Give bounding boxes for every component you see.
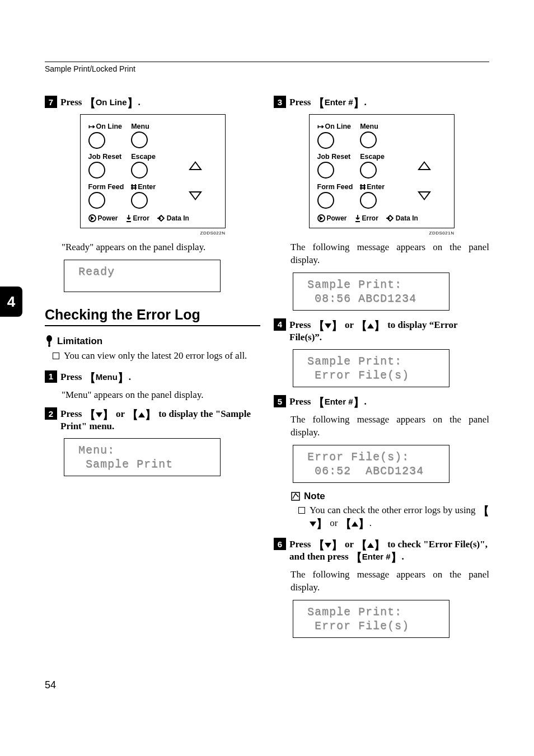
limitation-text: You can view only the latest 20 error lo… — [64, 350, 247, 363]
section-title: Checking the Error Log — [45, 307, 260, 326]
step-1: 1 Press 【Menu】. — [45, 370, 260, 383]
lcd-display: Sample Print: 08:56 ABCD1234 — [293, 273, 449, 311]
note-text-a: You can check the other error logs by us… — [310, 505, 478, 515]
escape-button — [360, 162, 377, 179]
enter-button — [131, 192, 148, 209]
panel-label-formfeed: Form Feed — [88, 183, 124, 191]
panel-label-escape: Escape — [131, 153, 156, 161]
page-number: 54 — [45, 679, 489, 691]
note-text-b: or — [327, 518, 340, 528]
panel-label-datain: Data In — [396, 214, 418, 222]
up-arrow-button — [189, 161, 202, 170]
step-number: 7 — [45, 96, 57, 108]
step-4: 4 Press 【】 or 【】 to display “Error File(… — [274, 318, 489, 344]
ready-description: "Ready" appears on the panel display. — [62, 241, 260, 254]
step-5: 5 Press 【Enter #】. — [274, 395, 489, 408]
svg-point-7 — [46, 335, 52, 342]
header-rule — [45, 62, 489, 62]
panel-label-menu: Menu — [131, 123, 149, 130]
key-label: On Line — [96, 97, 127, 107]
page-header: Sample Print/Locked Print — [45, 64, 489, 73]
enter-button — [360, 192, 377, 209]
step-text: Press — [289, 396, 313, 407]
escape-button — [131, 162, 148, 179]
jobreset-button — [88, 162, 105, 179]
step-6: 6 Press 【】 or 【】 to check "Error File(s)… — [274, 538, 489, 563]
online-button — [88, 132, 105, 149]
panel-label-error: Error — [133, 214, 149, 222]
step-number: 4 — [274, 318, 286, 331]
right-column: 3 Press 【Enter #】. ↦On Line Menu — [274, 96, 489, 646]
bullet-icon — [53, 353, 59, 359]
panel-caption: ZDDS022N — [80, 231, 226, 236]
step-text: Press — [60, 97, 85, 107]
step-suffix: . — [364, 396, 367, 407]
step-suffix: . — [129, 372, 131, 382]
panel-label-jobreset: Job Reset — [317, 153, 351, 161]
lcd-display: Sample Print: Error File(s) — [293, 349, 449, 387]
down-arrow-icon — [310, 522, 316, 527]
panel-label-power: Power — [327, 214, 347, 222]
lcd-display: Error File(s): 06:52 ABCD1234 — [293, 445, 449, 483]
formfeed-button — [88, 192, 105, 209]
step-text-b: or — [343, 539, 356, 550]
step-text-a: Press — [289, 320, 313, 330]
menu-button — [360, 132, 377, 148]
menu-button — [131, 132, 148, 148]
key-label: Enter # — [325, 97, 353, 107]
step-3: 3 Press 【Enter #】. — [274, 96, 489, 109]
key-label: Menu — [96, 372, 118, 382]
up-arrow-icon — [138, 412, 145, 417]
step-text: Press — [60, 372, 85, 382]
control-panel-diagram: ↦On Line Menu Job Reset Escape — [309, 114, 455, 228]
step-text-d: . — [402, 551, 404, 562]
step-text-a: Press — [289, 539, 313, 550]
step-text: Press — [289, 97, 313, 107]
panel-label-menu: Menu — [360, 123, 378, 130]
step-suffix: . — [138, 97, 140, 107]
step-text-b: or — [343, 320, 356, 330]
left-column: 7 Press 【On Line】. ↦On Line Menu — [45, 96, 260, 646]
note-heading: Note — [291, 491, 489, 502]
up-arrow-icon — [367, 323, 374, 328]
key-label: Enter # — [325, 397, 353, 406]
message-description: The following message appears on the pan… — [291, 569, 489, 594]
jobreset-button — [317, 162, 334, 179]
panel-caption: ZDDS021N — [309, 231, 455, 236]
down-arrow-button — [189, 191, 202, 200]
bullet-icon — [298, 507, 305, 514]
limitation-heading: Limitation — [45, 335, 260, 348]
up-arrow-button — [418, 161, 431, 170]
step-number: 2 — [45, 407, 57, 420]
step-7: 7 Press 【On Line】. — [45, 96, 260, 109]
panel-label-formfeed: Form Feed — [317, 183, 353, 191]
panel-label-datain: Data In — [167, 214, 189, 222]
down-arrow-icon — [96, 412, 102, 417]
side-tab: 4 — [0, 287, 22, 317]
step-text-b: or — [114, 408, 127, 419]
key-label: Enter # — [362, 552, 391, 561]
limitation-label: Limitation — [57, 336, 102, 347]
step-number: 5 — [274, 395, 286, 407]
panel-label-enter: Enter — [367, 183, 385, 191]
formfeed-button — [317, 192, 334, 209]
lcd-display: Menu: Sample Print — [64, 438, 221, 476]
step-2: 2 Press 【】 or 【】 to display the "Sample … — [45, 407, 260, 433]
online-button — [317, 132, 334, 149]
svg-point-9 — [48, 345, 50, 347]
note-text-c: . — [369, 518, 372, 528]
step-text-a: Press — [60, 408, 85, 419]
note-item: You can check the other error logs by us… — [298, 504, 489, 530]
up-arrow-icon — [352, 522, 358, 527]
down-arrow-button — [418, 191, 431, 200]
step-suffix: . — [364, 97, 367, 107]
lcd-display: Ready — [64, 260, 221, 292]
down-arrow-icon — [325, 543, 331, 548]
panel-label-online: On Line — [96, 123, 123, 130]
message-description: The following message appears on the pan… — [291, 241, 489, 267]
panel-label-escape: Escape — [360, 153, 385, 161]
svg-rect-8 — [49, 341, 50, 345]
step-number: 6 — [274, 538, 286, 550]
control-panel-diagram: ↦On Line Menu Job Reset Escape — [80, 114, 226, 228]
message-description: The following message appears on the pan… — [291, 414, 489, 439]
